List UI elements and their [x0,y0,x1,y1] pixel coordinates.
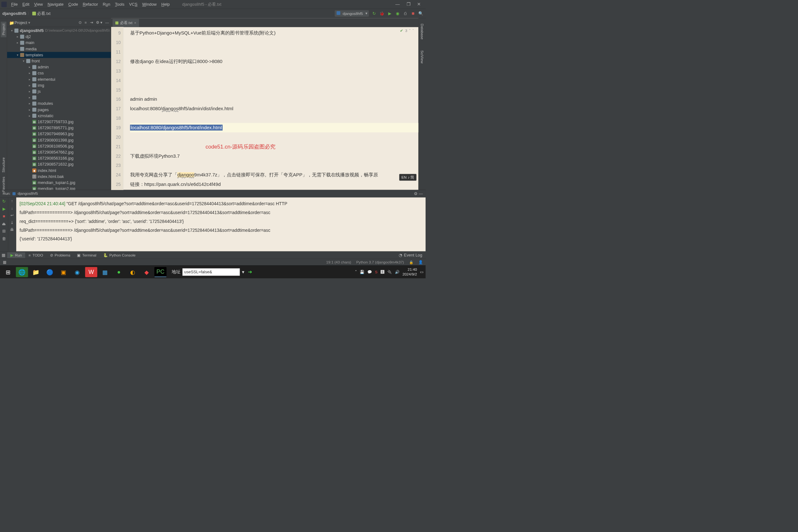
console-output[interactable]: [02/Sep/2024 21:40:44] "GET /djangos8hf5… [16,197,425,251]
tree-folder[interactable]: ▸dj2 [7,34,111,40]
tab-structure-stripe[interactable]: Structure [1,155,6,174]
tray-sogou-icon[interactable]: S [375,270,378,274]
tab-project-stripe[interactable]: Project [1,21,6,37]
menu-refactor[interactable]: Refactor [80,1,100,7]
breadcrumb-root[interactable]: djangos8hf5 [2,11,26,16]
close-icon[interactable]: ✕ [417,2,421,7]
taskbar-wechat-icon[interactable]: ● [113,267,125,277]
rerun-icon[interactable]: ↻ [2,199,6,204]
menu-view[interactable]: View [32,1,45,7]
tray-volume-icon[interactable]: 🔊 [395,270,399,274]
tray-bluetooth-icon[interactable]: 🅱 [381,270,384,274]
search-icon[interactable]: 🔍 [419,11,423,16]
caret-position[interactable]: 19:1 (43 chars) [326,260,351,264]
debug-icon[interactable]: 🐞 [380,11,384,16]
taskbar-app-icon[interactable]: ◆ [140,267,153,277]
rerun-icon[interactable]: ↻ [372,11,377,16]
menu-vcs[interactable]: VCS [127,1,140,7]
tool-windows-icon[interactable]: ▦ [3,260,7,264]
tree-folder[interactable]: ▸pages [7,107,111,113]
go-icon[interactable]: ➜ [248,269,252,275]
tree-folder[interactable]: ▸admin [7,64,111,70]
dropdown-icon[interactable]: ▾ [242,269,244,275]
tree-root[interactable]: ▾djangos8hf5D:\releaseComp\24-08\20\djan… [7,27,111,34]
notifications-icon[interactable]: ▭ [420,270,423,274]
taskbar-browser-icon[interactable]: 🌐 [16,267,28,277]
scroll-icon[interactable]: ⤓ [11,221,14,225]
locate-icon[interactable]: ⊙ [78,20,82,25]
tree-folder-front[interactable]: ▾front [7,58,111,64]
tray-wechat-icon[interactable]: 💬 [367,270,372,274]
address-input[interactable]: useSSL=false& [183,268,240,276]
editor-tab[interactable]: 必看.txt × [112,19,139,27]
gear-icon[interactable]: ⚙ — [414,191,423,196]
tree-folder[interactable]: ▸css [7,70,111,76]
taskbar-wps-icon[interactable]: W [85,267,97,277]
menu-run[interactable]: Run [100,1,112,7]
taskbar-chrome-icon[interactable]: 🔵 [44,267,56,277]
tree-file[interactable]: ▤1672907759733.jpg [7,119,111,125]
interpreter[interactable]: Python 3.7 (djangoo9m4k37) [356,260,404,264]
event-log[interactable]: ◔Event Log [399,253,425,258]
tree-file[interactable]: ▤1672907895771.jpg [7,125,111,131]
chevron-down-icon[interactable]: ˇ [413,29,414,33]
clock[interactable]: 21:40 2024/9/2 [402,268,417,277]
run-config-selector[interactable]: djangos8hf5 [335,10,369,17]
wrap-icon[interactable]: ↩ [11,213,14,218]
tab-sciview-stripe[interactable]: SciView [419,49,425,65]
tree-file[interactable]: ▤1672908563166.jpg [7,155,111,162]
taskbar-pycharm-icon[interactable]: PC [154,267,166,277]
tree-file[interactable]: ▤1672908547662.jpg [7,149,111,155]
run-coverage-icon[interactable]: ▶ [387,11,392,16]
tool-strip-toggle[interactable]: ▦ [0,251,7,259]
tab-database-stripe[interactable]: Database [419,21,425,41]
hector-icon[interactable]: 👤 [418,260,423,264]
taskbar-edge-icon[interactable]: ◉ [71,267,83,277]
project-title[interactable]: Project [15,20,27,25]
tree-folder[interactable]: media [7,46,111,52]
taskbar-app-icon[interactable]: ▦ [99,267,111,277]
tree-folder[interactable]: ▸js [7,88,111,94]
menu-code[interactable]: Code [66,1,80,7]
profile-icon[interactable]: ◉ [395,11,400,16]
tree-folder[interactable]: ▸modules [7,101,111,107]
tree-file[interactable]: ▤1672908001398.jpg [7,137,111,143]
editor-body[interactable]: 9101112 13141516 17181920 21222324 25 基于… [111,27,419,190]
project-tree[interactable]: ▾djangos8hf5D:\releaseComp\24-08\20\djan… [7,27,111,190]
tree-folder-templates[interactable]: ▾templates [7,52,111,58]
layout-icon[interactable]: ⊞ [2,229,6,234]
run-icon[interactable]: ▶ [2,207,6,211]
hide-icon[interactable]: — [105,20,109,25]
minimize-icon[interactable]: — [395,2,400,7]
attach-icon[interactable]: ⎙ [403,11,407,16]
tab-todo[interactable]: ≡TODO [25,252,46,258]
trash-icon[interactable]: 🗑 [2,236,6,241]
expand-icon[interactable]: ≡ [84,20,87,25]
maximize-icon[interactable]: ❐ [406,2,411,7]
breadcrumb[interactable]: djangos8hf5 〉 必看.txt [2,11,50,16]
tab-problems[interactable]: ⊘Problems [46,252,74,258]
tree-file[interactable]: ◆index.html [7,168,111,173]
close-tab-icon[interactable]: × [134,21,136,25]
menu-edit[interactable]: Edit [20,1,32,7]
tree-file[interactable]: ?index.html.bak [7,173,111,179]
tree-folder[interactable]: ▸main [7,40,111,46]
tree-file[interactable]: ▤1672907946963.jpg [7,131,111,137]
tree-file[interactable]: ▤1672908571632.jpg [7,162,111,168]
menu-window[interactable]: Window [140,1,159,7]
stop-icon[interactable]: ■ [3,214,5,219]
tree-file[interactable]: ▤1672908108506.jpg [7,143,111,149]
menu-tools[interactable]: Tools [112,1,127,7]
tray-disk-icon[interactable]: 💾 [360,270,364,274]
start-button[interactable]: ⊞ [2,267,14,277]
menu-help[interactable]: Help [159,1,172,7]
tray-chevron-icon[interactable]: ˄ [355,270,357,274]
down-icon[interactable]: ↓ [11,206,13,211]
tree-folder[interactable]: ▸xznstatic [7,113,111,119]
tray-power-icon[interactable]: 🔌 [387,270,392,274]
tree-folder[interactable]: ▸img [7,82,111,88]
taskbar-explorer-icon[interactable]: 📁 [30,267,42,277]
ime-indicator[interactable]: EN ♪ 简 [399,174,416,180]
taskbar-app-icon[interactable]: ◐ [127,267,139,277]
menu-file[interactable]: File [9,1,20,7]
